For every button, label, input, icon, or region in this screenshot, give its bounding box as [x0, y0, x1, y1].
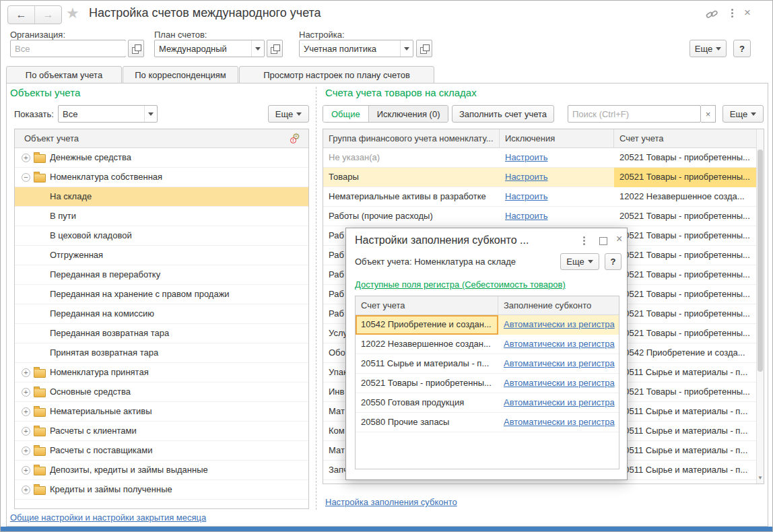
fill-subconto-link[interactable]: Автоматически из регистра: [504, 413, 617, 432]
org-field[interactable]: [10, 40, 126, 57]
dialog-table-row[interactable]: 12022 Незавершенное создан...Автоматичес…: [356, 335, 619, 354]
dialog-col-fill[interactable]: Заполнение субконто: [498, 296, 619, 315]
tree-row[interactable]: В цеховой кладовой: [15, 226, 308, 246]
search-input[interactable]: [568, 105, 701, 123]
setting-choice-button[interactable]: [416, 40, 432, 57]
dialog-help-button[interactable]: ?: [605, 253, 621, 270]
configure-link[interactable]: Настроить: [505, 168, 610, 187]
forward-button[interactable]: →: [34, 6, 61, 24]
back-button[interactable]: ←: [8, 6, 34, 24]
object-label: Объект учета:: [355, 257, 412, 267]
show-filter-arrow-icon[interactable]: [144, 106, 157, 122]
org-choice-button[interactable]: [128, 40, 144, 57]
dialog-table-row[interactable]: 20580 Прочие запасыАвтоматически из реги…: [356, 413, 619, 432]
setting-dropdown-arrow-icon[interactable]: [400, 40, 413, 57]
tree-row[interactable]: +Денежные средства: [15, 148, 308, 168]
expand-icon[interactable]: +: [22, 486, 30, 494]
toggle-exceptions[interactable]: Исключения (0): [368, 106, 448, 122]
fill-subconto-link[interactable]: Автоматически из регистра: [504, 354, 617, 374]
expand-icon[interactable]: +: [22, 466, 30, 475]
favorite-star-icon[interactable]: ★: [66, 5, 79, 22]
fill-subconto-link[interactable]: Автоматически из регистра: [504, 315, 617, 335]
setting-label: Настройка:: [299, 30, 345, 40]
tree-row[interactable]: +Расчеты с клиентами: [15, 422, 308, 441]
subconto-fill-settings-link[interactable]: Настройка заполнения субконто: [325, 497, 457, 507]
search-clear-button[interactable]: ×: [701, 105, 716, 123]
setting-field[interactable]: Учетная политика: [299, 40, 413, 57]
org-input[interactable]: [11, 41, 137, 56]
dialog-maximize-icon[interactable]: [599, 237, 607, 245]
tree-row[interactable]: Переданная возвратная тара: [15, 324, 308, 343]
table-row[interactable]: Работы (прочие расходы)Настроить20521 То…: [323, 207, 758, 226]
tree-row[interactable]: +Нематериальные активы: [15, 402, 308, 422]
chart-choice-button[interactable]: [267, 40, 283, 57]
fill-account-button[interactable]: Заполнить счет учета: [452, 105, 554, 123]
dialog-table-row[interactable]: 20521 Товары - приобретенны...Автоматиче…: [356, 374, 619, 393]
right-more-button[interactable]: Еще: [722, 105, 764, 123]
general-settings-link[interactable]: Общие настройки и настройки закрытия мес…: [10, 512, 206, 523]
tree-row[interactable]: +Основные средства: [15, 383, 308, 402]
chart-of-accounts-field[interactable]: Международный: [154, 40, 265, 57]
tree-row[interactable]: В пути: [15, 207, 308, 226]
col-header-group[interactable]: Группа финансового учета номенклату...: [323, 129, 500, 148]
get-link-icon[interactable]: [705, 8, 718, 22]
col-header-account[interactable]: Счет учета: [614, 129, 758, 148]
tree-row[interactable]: Переданная на хранение с правом продажи: [15, 285, 308, 304]
chart-of-accounts-label: План счетов:: [154, 30, 207, 40]
tree-row[interactable]: Переданная в переработку: [15, 265, 308, 285]
more-menu-icon[interactable]: [731, 9, 733, 19]
tree-row[interactable]: +Депозиты, кредиты и займы выданные: [15, 461, 308, 480]
tree-column-header[interactable]: Объект учета: [15, 129, 287, 148]
dialog-table-row[interactable]: 20511 Сырье и материалы - п...Автоматиче…: [356, 354, 619, 374]
collapse-icon[interactable]: −: [22, 173, 30, 182]
fill-subconto-link[interactable]: Автоматически из регистра: [504, 393, 617, 413]
dialog-more-button[interactable]: Еще: [560, 253, 599, 270]
dialog-table-row[interactable]: 10542 Приобретение и создан...Автоматиче…: [356, 315, 619, 335]
help-button[interactable]: ?: [733, 40, 751, 57]
tab-by-accounting-objects[interactable]: По объектам учета: [6, 66, 122, 84]
settings-warning-icon[interactable]: ⚙ !: [291, 133, 303, 144]
tab-view-settings-by-chart[interactable]: Просмотр настроек по плану счетов: [239, 66, 434, 84]
tree-item-label: Принятая возвратная тара: [50, 343, 306, 363]
configure-link[interactable]: Настроить: [505, 207, 610, 226]
toggle-common[interactable]: Общие: [323, 106, 368, 122]
left-more-button[interactable]: Еще: [268, 105, 309, 123]
vertical-scrollbar[interactable]: ▼: [756, 129, 764, 484]
panel-splitter[interactable]: [316, 87, 316, 510]
tree-row[interactable]: +Номенклатура принятая: [15, 363, 308, 383]
tree-row[interactable]: +Кредиты и займы полученные: [15, 480, 308, 500]
left-more-caret-icon: [296, 112, 302, 116]
dialog-col-account[interactable]: Счет учета: [356, 296, 498, 315]
tree-row[interactable]: На складе: [15, 187, 308, 207]
tree-row[interactable]: +Расчеты с поставщиками: [15, 441, 308, 461]
expand-icon[interactable]: +: [22, 154, 30, 162]
tab-by-correspondences[interactable]: По корреспонденциям: [123, 66, 238, 84]
col-header-exceptions[interactable]: Исключения: [500, 129, 614, 148]
table-row[interactable]: Не указан(а)Настроить20521 Товары - прио…: [323, 148, 758, 168]
tree-row[interactable]: Отгруженная: [15, 246, 308, 265]
expand-icon[interactable]: +: [22, 427, 30, 436]
table-row[interactable]: ТоварыНастроить20521 Товары - приобретен…: [323, 168, 758, 187]
close-icon[interactable]: ×: [744, 6, 751, 20]
dialog-more-icon[interactable]: [583, 236, 585, 246]
register-fields-link[interactable]: Доступные поля регистра (Себестоимость т…: [355, 279, 566, 290]
chart-dropdown-arrow-icon[interactable]: [251, 40, 264, 57]
expand-icon[interactable]: +: [22, 388, 30, 397]
table-row[interactable]: Нематериальные активы в разработкеНастро…: [323, 187, 758, 207]
scrollbar-down-arrow-icon[interactable]: ▼: [757, 475, 764, 481]
fill-subconto-link[interactable]: Автоматически из регистра: [504, 374, 617, 393]
configure-link[interactable]: Настроить: [505, 187, 610, 207]
tree-row[interactable]: Принятая возвратная тара: [15, 343, 308, 363]
expand-icon[interactable]: +: [22, 446, 30, 455]
dialog-table-row[interactable]: 20550 Готовая продукцияАвтоматически из …: [356, 393, 619, 413]
expand-icon[interactable]: +: [22, 368, 30, 377]
fill-subconto-link[interactable]: Автоматически из регистра: [504, 335, 617, 354]
dialog-close-icon[interactable]: ×: [616, 234, 622, 244]
expand-icon[interactable]: +: [22, 407, 30, 416]
scrollbar-thumb[interactable]: [758, 149, 763, 372]
tree-row[interactable]: −Номенклатура собственная: [15, 168, 308, 187]
form-more-button[interactable]: Еще: [690, 40, 727, 57]
configure-link[interactable]: Настроить: [505, 148, 610, 168]
show-filter-combo[interactable]: Все: [58, 105, 158, 123]
tree-row[interactable]: Переданная на комиссию: [15, 304, 308, 324]
